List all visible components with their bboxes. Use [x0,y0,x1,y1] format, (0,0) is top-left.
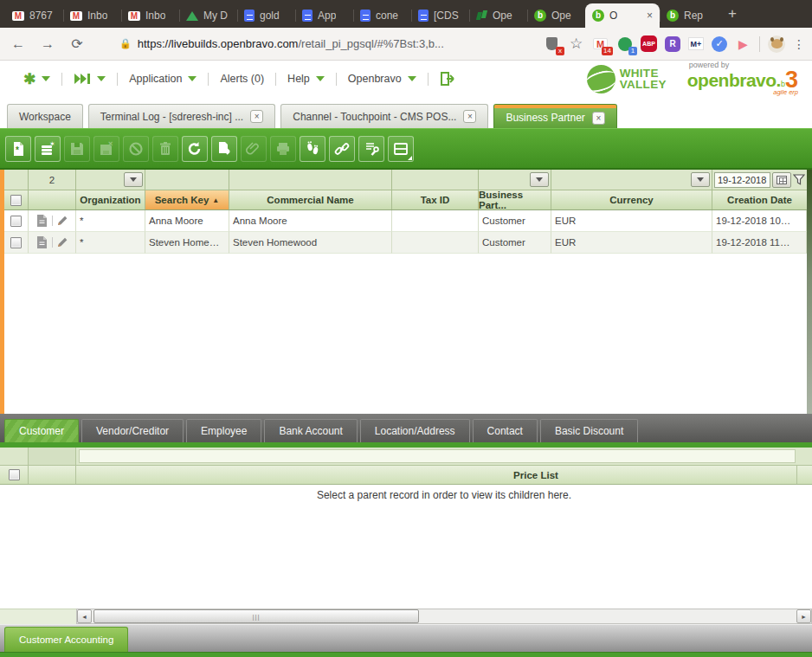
close-icon[interactable]: × [250,110,263,123]
configuration-button[interactable] [358,136,384,162]
browser-tab[interactable]: MInbo [63,3,121,28]
scroll-left-arrow[interactable]: ◄ [77,609,92,623]
column-header-organization[interactable]: Organization [76,190,145,209]
undo-button[interactable] [123,136,149,162]
select-all-checkbox[interactable] [10,195,22,206]
mplus-extension-icon[interactable]: M+ [688,37,704,50]
tab-customer-accounting[interactable]: Customer Accounting [4,627,128,652]
column-header-creation-date[interactable]: Creation Date [712,190,807,209]
bookmark-star-icon[interactable]: ☆ [568,35,584,52]
forward-icon[interactable]: → [36,33,59,55]
tab-vendor-creditor[interactable]: Vendor/Creditor [81,419,184,442]
gmail-extension-icon[interactable]: M14 [592,35,609,52]
edit-pencil-icon[interactable] [56,236,68,248]
filter-currency[interactable] [551,170,712,190]
filter-commercial-name[interactable] [229,170,392,190]
browser-tab[interactable]: App [295,3,353,28]
tab-employee[interactable]: Employee [186,419,261,442]
browser-tab[interactable]: gold [237,3,295,28]
tab-contact[interactable]: Contact [473,419,538,442]
column-header-price-list[interactable]: Price List [76,466,797,484]
play-extension-icon[interactable]: ▶ [735,35,751,52]
toggle-view-button[interactable] [388,136,414,162]
tab-basic-discount[interactable]: Basic Discount [540,419,638,442]
funnel-filter-icon[interactable] [793,174,805,186]
audit-trail-button[interactable] [300,136,325,162]
attachment-button[interactable] [241,136,267,162]
quick-create-menu[interactable]: ✱ [12,70,61,88]
browser-tab[interactable]: My D [179,3,237,28]
tab-workspace[interactable]: Workspace [7,104,83,128]
table-row[interactable]: * Anna Moore Anna Moore Customer EUR 19-… [4,210,807,232]
chevron-down-icon[interactable] [530,172,549,187]
help-menu[interactable]: Help [276,73,336,85]
tab-bank-account[interactable]: Bank Account [264,419,357,442]
chevron-down-icon[interactable] [124,172,143,187]
browser-tab[interactable]: MInbo [121,3,179,28]
open-record-icon[interactable] [35,214,48,228]
export-button[interactable] [211,136,237,162]
check-extension-icon[interactable]: ✓ [712,36,727,52]
filter-business-partner-category[interactable] [479,170,551,190]
column-header-search-key[interactable]: Search Key▲ [145,190,229,209]
browser-tab[interactable]: Ope [469,3,527,28]
filter-tax-id[interactable] [392,170,479,190]
application-menu[interactable]: Application [118,73,208,85]
logout-button[interactable] [429,72,467,86]
price-list-filter-input[interactable] [79,449,796,463]
alerts-menu[interactable]: Alerts (0) [209,73,275,85]
tab-customer[interactable]: Customer [4,419,79,442]
openbravo-menu[interactable]: Openbravo [337,73,428,85]
print-button[interactable] [270,136,296,162]
close-icon[interactable]: × [592,112,605,125]
new-row-button[interactable]: ✶ [35,136,61,162]
browser-tab[interactable]: bOpe [527,3,585,28]
close-icon[interactable]: × [463,110,476,123]
new-tab-button[interactable]: + [728,5,737,23]
edit-pencil-icon[interactable] [56,215,68,227]
date-filter-input[interactable]: 19-12-2018 [714,172,770,188]
save-close-button[interactable]: × [93,136,119,162]
tab-business-partner[interactable]: Business Partner× [493,104,616,128]
address-bar[interactable]: https://livebuilds.openbravo.com/retail_… [138,37,444,50]
table-row[interactable]: * Steven Home… Steven Homewood Customer … [4,232,807,254]
browser-tab[interactable]: M8767 [5,3,63,28]
filter-creation-date[interactable]: 19-12-2018 [712,170,807,190]
quick-launch-menu[interactable] [62,73,117,85]
scroll-right-arrow[interactable]: ► [796,609,811,623]
tab-location-address[interactable]: Location/Address [360,419,470,442]
scrollbar-thumb[interactable]: ||| [93,609,419,623]
save-button[interactable] [64,136,90,162]
r-extension-icon[interactable]: R [665,36,680,52]
browser-tab[interactable]: cone [353,3,411,28]
column-header-currency[interactable]: Currency [551,190,712,209]
adblock-plus-icon[interactable]: ABP [641,35,657,52]
browser-tab[interactable]: [CDS [411,3,469,28]
calendar-button[interactable] [772,172,791,188]
delete-button[interactable] [152,136,178,162]
row-checkbox[interactable] [10,237,22,248]
link-button[interactable] [329,136,355,162]
browser-tab-active[interactable]: bO× [585,3,660,28]
chrome-menu-icon[interactable]: ⋮ [793,37,805,51]
open-record-icon[interactable] [35,235,48,249]
back-icon[interactable]: ← [7,33,29,55]
column-header-tax-id[interactable]: Tax ID [392,190,479,209]
column-header-commercial-name[interactable]: Commercial Name [229,190,392,209]
tab-channel-touchpoint[interactable]: Channel - Touchpoint - CMS POS...× [280,104,488,128]
tab-terminal-log[interactable]: Terminal Log - [sdreresh-inc] ...× [88,104,275,128]
row-checkbox[interactable] [10,216,22,227]
filter-search-key[interactable] [145,170,229,190]
reload-icon[interactable]: ⟳ [66,33,88,55]
browser-tab[interactable]: bRep [660,3,718,28]
chevron-down-icon[interactable] [691,172,710,187]
filter-organization[interactable] [76,170,145,190]
close-icon[interactable]: × [647,10,653,22]
column-header-business-partner-category[interactable]: Business Part... [479,190,551,209]
refresh-button[interactable] [182,136,208,162]
profile-avatar[interactable] [768,35,785,53]
create-new-button[interactable]: * [5,136,31,162]
shield-blocked-icon[interactable]: x [544,35,560,52]
chat-extension-icon[interactable]: 1 [616,35,633,52]
horizontal-scrollbar[interactable]: ◄ ||| ► [76,609,812,624]
